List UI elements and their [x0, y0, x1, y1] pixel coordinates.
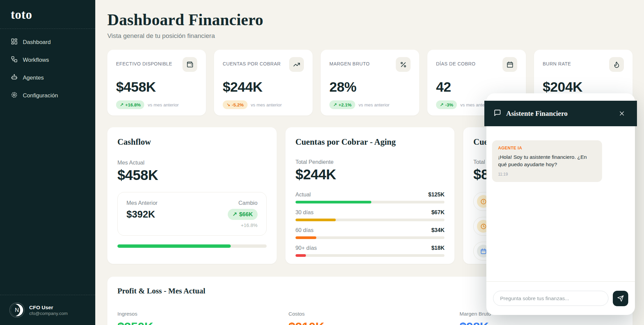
message-square-icon [494, 109, 501, 118]
kpi-delta-badge: ↗-3% [436, 100, 457, 109]
cashflow-previous-value: $392K [126, 209, 158, 220]
cashflow-card: Cashflow Mes Actual $458K Mes Anterior $… [107, 127, 277, 264]
cashflow-progress-track [117, 244, 267, 248]
aging-row-fill [296, 254, 306, 257]
cashflow-previous-box: Mes Anterior $392K Cambio ↗$66K +16.8% [117, 192, 267, 236]
kpi-delta-badge: ↘-5.2% [223, 100, 248, 109]
sidebar-item-label: Configuración [23, 92, 58, 99]
aging-row-fill [296, 219, 336, 221]
kpi-value: 28% [329, 79, 411, 95]
kpi-compare: vs mes anterior [251, 102, 282, 107]
arrow-up-right-icon: ↗ [333, 102, 337, 107]
chat-message-sender: AGENTE IA [498, 146, 596, 150]
chat-message-time: 11:19 [498, 172, 596, 177]
user-email: cfo@company.com [29, 311, 68, 316]
sidebar-item-label: Dashboard [23, 39, 51, 46]
kpi-value: $204K [543, 79, 624, 95]
aging-row-fill [296, 236, 316, 239]
kpi-delta-badge: ↗+16.8% [116, 100, 144, 109]
pnl-label: Costos [288, 311, 451, 317]
aging-row-track [296, 201, 445, 203]
kpi-label: MARGEN BRUTO [329, 61, 370, 66]
aging-title: Cuentas por Cobrar - Aging [296, 137, 445, 147]
cashflow-change-pct: +16.8% [241, 223, 258, 228]
pnl-label: Ingresos [117, 311, 280, 317]
chat-title: Asistente Financiero [506, 109, 611, 118]
kpi-delta-badge: ↗+2.1% [329, 100, 355, 109]
chat-header: Asistente Financiero [484, 101, 637, 126]
pnl-value: $98K [460, 320, 623, 325]
wallet-icon [182, 57, 197, 72]
sidebar-nav: Dashboard Workflows Agentes Configuració… [0, 29, 95, 109]
kpi-value: $458K [116, 79, 197, 95]
sidebar-item-workflows[interactable]: Workflows [7, 53, 89, 67]
cashflow-previous-label: Mes Anterior [126, 200, 158, 206]
aging-row-value: $67K [431, 209, 444, 216]
kpi-label: DÍAS DE COBRO [436, 61, 476, 66]
cashflow-progress-fill [117, 244, 231, 248]
aging-row: 90+ días$18K [296, 245, 445, 257]
aging-row-value: $125K [428, 191, 445, 198]
sidebar-item-dashboard[interactable]: Dashboard [7, 35, 89, 50]
pnl-value: $350K [117, 320, 280, 325]
aging-row-label: 60 días [296, 227, 314, 233]
page-subtitle: Vista general de tu posición financiera [107, 32, 633, 40]
aging-row-label: 30 días [296, 209, 314, 216]
cashflow-current-label: Mes Actual [117, 159, 267, 166]
aging-row-track [296, 236, 445, 239]
aging-row-value: $18K [431, 245, 444, 251]
chat-message: AGENTE IA ¡Hola! Soy tu asistente financ… [492, 140, 602, 182]
chat-input[interactable] [493, 291, 608, 306]
chat-message-text: ¡Hola! Soy tu asistente financiero. ¿En … [498, 153, 596, 169]
cashflow-current-value: $458K [117, 167, 267, 183]
kpi-value: $244K [223, 79, 304, 95]
cashflow-change-label: Cambio [238, 200, 258, 206]
aging-row: 60 días$34K [296, 227, 445, 239]
flame-icon [609, 57, 624, 72]
app-logo: toto [0, 0, 95, 29]
aging-row-track [296, 254, 445, 257]
kpi-label: CUENTAS POR COBRAR [223, 61, 281, 66]
aging-row-label: Actual [296, 191, 311, 198]
aging-row-label: 90+ días [296, 245, 317, 251]
aging-row: 30 días$67K [296, 209, 445, 221]
arrow-up-right-icon: ↗ [120, 102, 123, 107]
workflow-icon [11, 56, 18, 64]
trending-up-icon [289, 57, 304, 72]
chat-panel: Asistente Financiero AGENTE IA ¡Hola! So… [486, 93, 635, 315]
user-name: CFO User [29, 304, 68, 311]
aging-row-track [296, 219, 445, 221]
send-icon[interactable] [613, 291, 628, 306]
gear-icon [11, 91, 18, 100]
sidebar: toto Dashboard Workflows Agentes Configu… [0, 0, 95, 325]
arrow-down-right-icon: ↘ [226, 102, 230, 107]
pnl-col-costos: Costos $210K [288, 311, 451, 325]
pnl-value: $210K [288, 320, 451, 325]
chat-footer [486, 281, 635, 315]
aging-row-fill [296, 201, 372, 203]
sidebar-item-agentes[interactable]: Agentes [7, 71, 89, 85]
aging-card: Cuentas por Cobrar - Aging Total Pendien… [285, 127, 455, 264]
avatar-initial: N [10, 303, 24, 317]
page-title: Dashboard Financiero [107, 11, 633, 28]
chat-messages: AGENTE IA ¡Hola! Soy tu asistente financ… [486, 126, 635, 281]
sidebar-item-label: Agentes [23, 75, 44, 81]
arrow-up-right-icon: ↗ [440, 102, 443, 107]
sidebar-item-configuracion[interactable]: Configuración [7, 88, 89, 103]
dashboard-grid-icon [11, 38, 18, 47]
kpi-compare: vs mes anterior [359, 102, 389, 107]
close-icon[interactable] [616, 108, 628, 119]
pnl-col-ingresos: Ingresos $350K [117, 311, 280, 325]
arrow-up-right-icon: ↗ [232, 211, 237, 218]
kpi-card-cuentas-cobrar: CUENTAS POR COBRAR $244K ↘-5.2% vs mes a… [214, 50, 313, 115]
kpi-value: 42 [436, 79, 517, 95]
aging-row: Actual$125K [296, 191, 445, 203]
kpi-label: BURN RATE [543, 61, 571, 66]
cashflow-title: Cashflow [117, 137, 267, 147]
user-profile[interactable]: N CFO User cfo@company.com [0, 295, 95, 325]
kpi-label: EFECTIVO DISPONIBLE [116, 61, 172, 66]
aging-rows: Actual$125K30 días$67K60 días$34K90+ día… [296, 191, 445, 257]
cashflow-change-badge: ↗$66K [228, 209, 258, 220]
aging-total-value: $244K [296, 167, 445, 183]
percent-icon [396, 57, 411, 72]
